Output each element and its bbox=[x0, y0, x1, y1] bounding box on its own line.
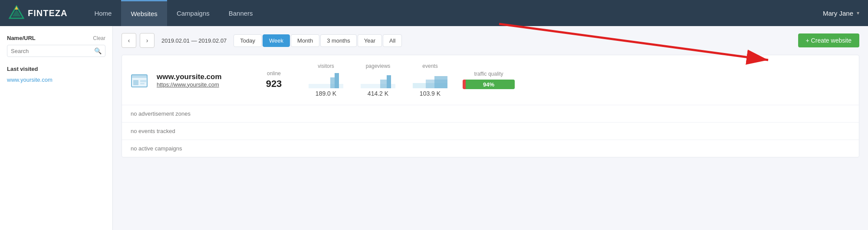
traffic-quality: traffic quality 94% bbox=[460, 71, 517, 89]
finteza-logo-icon bbox=[9, 5, 24, 21]
tq-label: traffic quality bbox=[474, 71, 503, 77]
tq-value: 94% bbox=[463, 81, 515, 88]
site-name: www.yoursite.com bbox=[157, 73, 243, 81]
date-range: 2019.02.01 — 2019.02.07 bbox=[158, 37, 230, 44]
site-info: www.yoursite.com https://www.yoursite.co… bbox=[157, 73, 243, 88]
site-card: www.yoursite.com https://www.yoursite.co… bbox=[122, 55, 859, 157]
svg-rect-5 bbox=[133, 80, 138, 85]
period-today[interactable]: Today bbox=[233, 34, 262, 47]
nav-websites[interactable]: Websites bbox=[121, 0, 167, 26]
svg-rect-7 bbox=[140, 83, 145, 84]
nav-home[interactable]: Home bbox=[85, 0, 121, 26]
info-row-0: no advertisement zones bbox=[122, 105, 859, 122]
period-3months[interactable]: 3 months bbox=[320, 34, 356, 47]
logo: FINTEZA bbox=[9, 5, 67, 21]
metric-events: events 103.9 K bbox=[408, 63, 452, 97]
pageviews-chart bbox=[361, 71, 395, 88]
search-wrap: 🔍 bbox=[7, 45, 105, 57]
nav-links: Home Websites Campaigns Banners bbox=[85, 0, 823, 26]
metric-online: online 923 bbox=[252, 70, 296, 90]
site-row: www.yoursite.com https://www.yoursite.co… bbox=[122, 55, 859, 105]
info-row-1: no events tracked bbox=[122, 122, 859, 140]
visitors-label: visitors bbox=[318, 63, 334, 69]
period-all[interactable]: All bbox=[383, 34, 402, 47]
site-url: https://www.yoursite.com bbox=[157, 81, 243, 88]
site-icon bbox=[131, 71, 148, 89]
nav-banners[interactable]: Banners bbox=[219, 0, 263, 26]
search-input[interactable] bbox=[11, 48, 94, 54]
navbar: FINTEZA Home Websites Campaigns Banners … bbox=[0, 0, 868, 26]
nav-campaigns[interactable]: Campaigns bbox=[167, 0, 219, 26]
svg-rect-10 bbox=[335, 73, 339, 88]
online-value: 923 bbox=[266, 78, 282, 90]
last-visited-label: Last visited bbox=[7, 66, 105, 72]
pageviews-label: pageviews bbox=[366, 63, 391, 69]
last-visited-link[interactable]: www.yoursite.com bbox=[7, 77, 53, 83]
period-week[interactable]: Week bbox=[263, 34, 290, 47]
chevron-down-icon: ▾ bbox=[857, 10, 859, 16]
user-name: Mary Jane bbox=[823, 10, 853, 17]
svg-rect-16 bbox=[434, 76, 447, 88]
period-buttons: Today Week Month 3 months Year All bbox=[233, 34, 402, 47]
events-chart bbox=[413, 71, 447, 88]
online-label: online bbox=[267, 70, 281, 77]
brand-name: FINTEZA bbox=[28, 8, 67, 18]
events-label: events bbox=[422, 63, 437, 69]
prev-button[interactable]: ‹ bbox=[122, 33, 136, 48]
svg-rect-4 bbox=[132, 75, 147, 78]
events-value: 103.9 K bbox=[420, 90, 441, 97]
tq-bar: 94% bbox=[463, 80, 515, 89]
clear-button[interactable]: Clear bbox=[93, 35, 105, 41]
search-icon: 🔍 bbox=[94, 47, 102, 54]
sidebar: Name/URL Clear 🔍 Last visited www.yoursi… bbox=[0, 26, 113, 230]
next-button[interactable]: › bbox=[140, 33, 155, 48]
info-row-2: no active campaigns bbox=[122, 140, 859, 157]
metric-pageviews: pageviews 414.2 K bbox=[356, 63, 400, 97]
sidebar-name-url-label: Name/URL Clear bbox=[7, 35, 105, 41]
period-month[interactable]: Month bbox=[291, 34, 319, 47]
visitors-chart bbox=[309, 71, 343, 88]
svg-rect-13 bbox=[387, 75, 391, 88]
main-wrapper: Name/URL Clear 🔍 Last visited www.yoursi… bbox=[0, 26, 868, 230]
metric-visitors: visitors 189.0 K bbox=[304, 63, 348, 97]
period-year[interactable]: Year bbox=[358, 34, 382, 47]
pageviews-value: 414.2 K bbox=[368, 90, 388, 97]
content-area: ‹ › 2019.02.01 — 2019.02.07 Today Week M… bbox=[113, 26, 868, 230]
create-website-button[interactable]: + Create website bbox=[798, 33, 859, 47]
user-menu[interactable]: Mary Jane ▾ bbox=[823, 10, 859, 17]
svg-rect-6 bbox=[140, 80, 146, 82]
visitors-value: 189.0 K bbox=[316, 90, 336, 97]
toolbar: ‹ › 2019.02.01 — 2019.02.07 Today Week M… bbox=[122, 33, 859, 48]
